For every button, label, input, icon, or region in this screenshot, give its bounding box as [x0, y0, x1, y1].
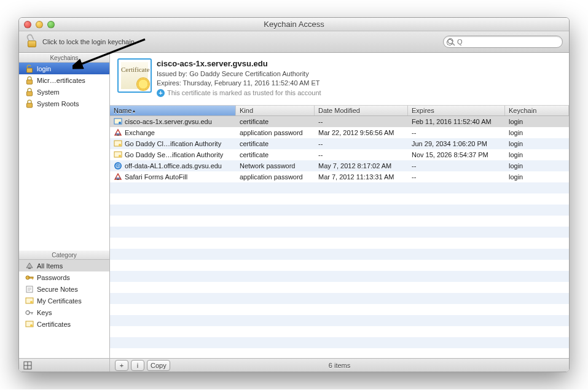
cert-icon	[25, 320, 34, 329]
empty-row	[110, 260, 569, 271]
keychain-item-label: login	[37, 65, 51, 72]
keychain-item[interactable]: login	[19, 63, 109, 74]
table-row[interactable]: cisco-acs-1x.server.gvsu.educertificate-…	[110, 116, 569, 127]
th-name[interactable]: Name▴	[110, 106, 236, 115]
cert-yellow-icon	[114, 139, 122, 148]
table-row[interactable]: Go Daddy Cl…ification Authoritycertifica…	[110, 138, 569, 149]
row-expires: Jun 29, 2034 1:06:20 PM	[408, 140, 505, 147]
row-name: Exchange	[125, 129, 155, 136]
row-kind: certificate	[236, 151, 315, 158]
app-icon	[114, 128, 122, 137]
copy-button[interactable]: Copy	[147, 360, 170, 371]
th-expires[interactable]: Expires	[408, 106, 505, 115]
th-date-modified[interactable]: Date Modified	[315, 106, 408, 115]
category-item[interactable]: Passwords	[19, 271, 109, 283]
row-keychain: login	[505, 151, 569, 158]
main-pane: cisco-acs-1x.server.gvsu.edu Issued by: …	[110, 53, 569, 372]
search-input[interactable]	[443, 36, 563, 48]
view-mode-button[interactable]	[23, 361, 33, 370]
category-list: All ItemsPasswordsSecure NotesMy Certifi…	[19, 260, 109, 358]
svg-rect-8	[29, 277, 33, 278]
lock-keychain-button[interactable]	[25, 35, 39, 49]
at-icon: @	[114, 162, 122, 170]
row-keychain: login	[505, 173, 569, 181]
detail-title: cisco-acs-1x.server.gvsu.edu	[157, 59, 562, 68]
svg-rect-35	[117, 179, 119, 180]
keychain-item[interactable]: System Roots	[19, 98, 109, 109]
row-modified: May 7, 2012 8:17:02 AM	[315, 162, 408, 170]
keychain-list: loginMicr…ertificatesSystemSystem Roots	[19, 63, 109, 109]
empty-row	[110, 249, 569, 260]
row-name: off-data-AL1.office.ads.gvsu.edu	[125, 162, 222, 170]
svg-point-31	[119, 155, 121, 157]
trust-plus-icon: +	[157, 89, 165, 97]
category-item-label: Keys	[37, 309, 52, 316]
table-row[interactable]: Safari Forms AutoFillapplication passwor…	[110, 171, 569, 182]
keychain-item[interactable]: System	[19, 86, 109, 98]
th-kind[interactable]: Kind	[236, 106, 315, 115]
svg-rect-4	[27, 92, 33, 96]
cert-icon	[25, 297, 34, 305]
table-row[interactable]: Exchangeapplication passwordMar 22, 2012…	[110, 127, 569, 138]
table-rows: cisco-acs-1x.server.gvsu.educertificate-…	[110, 116, 569, 358]
lock-hint-text: Click to lock the login keychain.	[42, 38, 136, 45]
category-header: Category	[19, 250, 109, 260]
category-item[interactable]: All Items	[19, 260, 109, 271]
keychain-item[interactable]: Micr…ertificates	[19, 74, 109, 86]
empty-row	[110, 315, 569, 326]
category-item-label: My Certificates	[37, 297, 82, 305]
titlebar: Keychain Access	[19, 18, 569, 31]
empty-row	[110, 293, 569, 304]
keychain-item-label: Micr…ertificates	[37, 77, 85, 84]
row-name: Safari Forms AutoFill	[125, 173, 187, 181]
certificate-icon	[117, 58, 152, 93]
th-keychain[interactable]: Keychain	[505, 106, 569, 115]
content-body: Keychains loginMicr…ertificatesSystemSys…	[19, 53, 569, 372]
minimize-window-button[interactable]	[36, 21, 43, 28]
keychain-item-label: System Roots	[37, 100, 79, 107]
category-item[interactable]: Keys	[19, 306, 109, 318]
row-expires: --	[408, 162, 505, 170]
row-kind: application password	[236, 173, 315, 181]
empty-row	[110, 193, 569, 205]
category-item-label: Secure Notes	[37, 286, 78, 293]
category-item[interactable]: Certificates	[19, 318, 109, 330]
category-item[interactable]: My Certificates	[19, 295, 109, 306]
table-row[interactable]: Go Daddy Se…ification Authoritycertifica…	[110, 149, 569, 160]
note-icon	[25, 285, 34, 294]
toolbar: Click to lock the login keychain.	[19, 31, 569, 53]
sort-asc-icon: ▴	[133, 108, 135, 114]
row-expires: --	[408, 129, 505, 136]
svg-point-29	[119, 144, 121, 146]
detail-expires: Expires: Thursday, February 11, 2016 11:…	[157, 79, 562, 88]
lock-icon	[25, 76, 34, 85]
info-button[interactable]: i	[131, 360, 144, 371]
svg-text:@: @	[115, 163, 120, 169]
svg-rect-27	[117, 135, 119, 136]
add-item-button[interactable]: +	[115, 360, 128, 371]
zoom-window-button[interactable]	[47, 21, 55, 28]
row-kind: Network password	[236, 162, 315, 170]
empty-row	[110, 348, 569, 358]
row-modified: Mar 7, 2012 11:13:31 AM	[315, 173, 408, 181]
svg-rect-3	[27, 80, 33, 84]
svg-point-15	[30, 301, 33, 303]
sidebar-footer	[19, 358, 109, 372]
row-keychain: login	[505, 129, 569, 136]
table-row[interactable]: @off-data-AL1.office.ads.gvsu.eduNetwork…	[110, 160, 569, 171]
close-window-button[interactable]	[24, 21, 31, 28]
category-item[interactable]: Secure Notes	[19, 283, 109, 295]
category-item-label: Passwords	[37, 274, 70, 281]
row-keychain: login	[505, 140, 569, 147]
certificate-detail: cisco-acs-1x.server.gvsu.edu Issued by: …	[110, 53, 569, 106]
app-icon	[114, 173, 122, 181]
svg-rect-6	[28, 268, 31, 269]
sidebar: Keychains loginMicr…ertificatesSystemSys…	[19, 53, 110, 372]
empty-row	[110, 227, 569, 238]
search-field-wrap	[443, 36, 563, 48]
svg-rect-9	[32, 278, 33, 279]
key-icon	[25, 273, 34, 282]
row-kind: certificate	[236, 140, 315, 147]
table-header: Name▴ Kind Date Modified Expires Keychai…	[110, 106, 569, 116]
row-name: Go Daddy Se…ification Authority	[125, 151, 223, 158]
